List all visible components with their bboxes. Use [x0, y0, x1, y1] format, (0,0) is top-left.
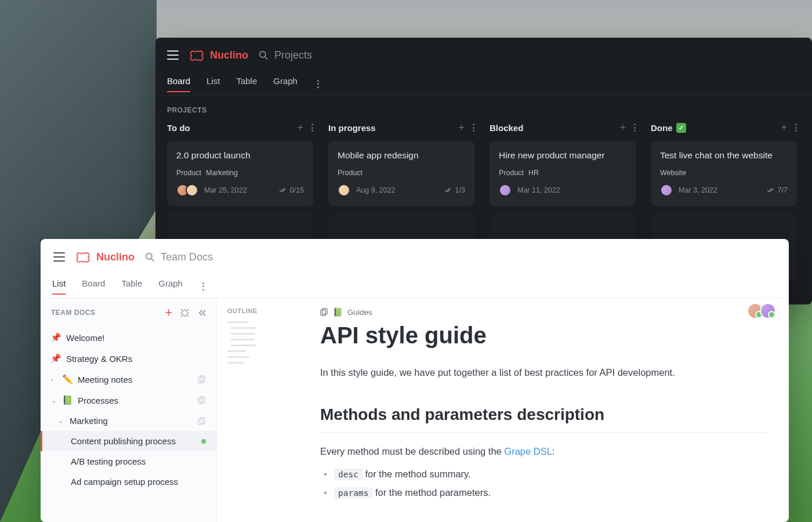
view-tabs: Board List Table Graph — [155, 72, 812, 96]
svg-line-3 — [151, 259, 154, 261]
topbar: Nuclino Projects — [155, 38, 812, 72]
search-icon — [145, 252, 155, 262]
tab-list[interactable]: List — [52, 278, 66, 294]
book-icon: 📗 — [333, 307, 343, 317]
presence-avatars[interactable] — [751, 303, 776, 319]
collapse-icon[interactable] — [197, 309, 206, 317]
tab-table[interactable]: Table — [236, 76, 257, 92]
chevron-right-icon[interactable]: › — [51, 376, 57, 383]
copy-icon[interactable] — [198, 396, 206, 404]
pencil-icon: ✏️ — [63, 374, 72, 385]
avatar — [338, 184, 350, 197]
board-card[interactable]: Test live chat on the website Website Ma… — [651, 141, 797, 206]
code-inline: params — [334, 487, 372, 499]
copy-icon[interactable] — [198, 375, 206, 383]
column-menu-icon[interactable] — [795, 124, 797, 132]
search-bar[interactable]: Projects — [259, 49, 312, 61]
tag: HR — [528, 169, 539, 177]
expand-icon[interactable] — [180, 309, 189, 317]
app-logo[interactable]: Nuclino — [75, 251, 135, 263]
card-date: Mar 25, 2022 — [204, 186, 247, 194]
breadcrumb-label: Guides — [347, 308, 372, 317]
column-menu-icon[interactable] — [473, 124, 474, 132]
list-item: params for the method parameters. — [320, 484, 766, 502]
column-menu-icon[interactable] — [634, 124, 636, 132]
tab-table[interactable]: Table — [121, 278, 142, 294]
column-title: Blocked — [490, 123, 523, 133]
tag: Product — [338, 169, 362, 177]
tab-list[interactable]: List — [206, 76, 220, 92]
chevron-down-icon[interactable]: ⌄ — [51, 397, 57, 404]
section-label: PROJECTS — [155, 96, 812, 120]
board-card[interactable]: Mobile app redesign Product Aug 9, 2022 … — [328, 141, 474, 206]
pin-icon: 📌 — [51, 353, 60, 364]
tab-board[interactable]: Board — [82, 278, 105, 294]
tab-more-icon[interactable] — [314, 79, 323, 89]
doc-paragraph: Every method must be described using the… — [320, 443, 766, 459]
add-card-icon[interactable]: + — [458, 122, 465, 133]
card-title: Test live chat on the website — [660, 150, 788, 161]
sidebar-item-welcome[interactable]: 📌 Welcome! — [41, 327, 216, 348]
card-avatars — [338, 184, 350, 197]
tab-more-icon[interactable] — [199, 282, 208, 291]
tab-board[interactable]: Board — [167, 76, 190, 92]
avatar[interactable] — [760, 303, 776, 319]
page-title: API style guide — [320, 322, 766, 349]
tag: Marketing — [206, 169, 238, 177]
sidebar-item-ad-campaign[interactable]: Ad campaign setup process — [41, 472, 216, 492]
doc-heading: Methods and parameters description — [320, 405, 766, 424]
divider — [320, 432, 766, 433]
card-date: Mar 11, 2022 — [517, 186, 560, 194]
tag: Website — [660, 169, 686, 177]
list-item: desc for the method summary. — [320, 465, 766, 483]
add-card-icon[interactable]: + — [781, 122, 787, 133]
book-icon: 📗 — [63, 395, 72, 405]
add-card-icon[interactable]: + — [297, 122, 303, 133]
tab-graph[interactable]: Graph — [273, 76, 298, 92]
menu-icon[interactable] — [167, 50, 179, 60]
topbar: Nuclino Team Docs — [41, 239, 789, 275]
avatar — [499, 184, 512, 197]
sidebar: TEAM DOCS + 📌 Welcome! 📌 Strategy & OKRs — [41, 298, 217, 522]
card-progress: 7/7 — [767, 186, 788, 194]
copy-icon[interactable] — [198, 417, 206, 425]
checklist-icon — [279, 187, 287, 193]
sidebar-item-meeting-notes[interactable]: › ✏️ Meeting notes — [41, 369, 216, 390]
card-date: Mar 3, 2022 — [679, 186, 717, 194]
card-tags: Website — [660, 169, 788, 177]
doc-intro: In this style guide, we have put togethe… — [320, 365, 766, 380]
tab-graph[interactable]: Graph — [158, 278, 183, 294]
sidebar-item-processes[interactable]: ⌄ 📗 Processes — [41, 390, 216, 411]
sidebar-item-content-publishing[interactable]: Content publishing process — [41, 431, 216, 451]
app-logo[interactable]: Nuclino — [189, 49, 248, 61]
column-title: In progress — [328, 123, 376, 133]
avatar — [186, 184, 198, 197]
card-avatars — [499, 184, 512, 197]
copy-icon — [320, 308, 328, 316]
brain-icon — [75, 251, 92, 263]
column-title: Done ✓ — [651, 123, 686, 133]
outline-minimap[interactable] — [227, 321, 258, 364]
view-tabs: List Board Table Graph — [41, 275, 789, 298]
sidebar-title: TEAM DOCS — [51, 309, 96, 317]
outline-pane: OUTLINE — [217, 298, 268, 522]
chevron-down-icon[interactable]: ⌄ — [58, 417, 64, 425]
add-item-icon[interactable]: + — [165, 306, 172, 319]
breadcrumb[interactable]: 📗 Guides — [320, 307, 766, 317]
card-avatars — [660, 184, 673, 197]
search-bar[interactable]: Team Docs — [145, 251, 213, 263]
sidebar-item-ab-testing[interactable]: A/B testing process — [41, 451, 216, 472]
doc-link[interactable]: Grape DSL — [504, 446, 552, 456]
sidebar-item-marketing[interactable]: ⌄ Marketing — [41, 411, 216, 431]
column-menu-icon[interactable] — [311, 124, 313, 132]
menu-icon[interactable] — [53, 252, 65, 262]
tag: Product — [176, 169, 201, 177]
board-card[interactable]: 2.0 product launch Product Marketing Mar… — [167, 141, 313, 206]
app-name: Nuclino — [96, 251, 135, 263]
sidebar-item-strategy[interactable]: 📌 Strategy & OKRs — [41, 348, 216, 369]
brain-icon — [189, 49, 205, 61]
card-title: Hire new product manager — [499, 150, 626, 161]
card-title: Mobile app redesign — [338, 150, 465, 161]
board-card[interactable]: Hire new product manager Product HR Mar … — [490, 141, 636, 206]
add-card-icon[interactable]: + — [619, 122, 626, 133]
